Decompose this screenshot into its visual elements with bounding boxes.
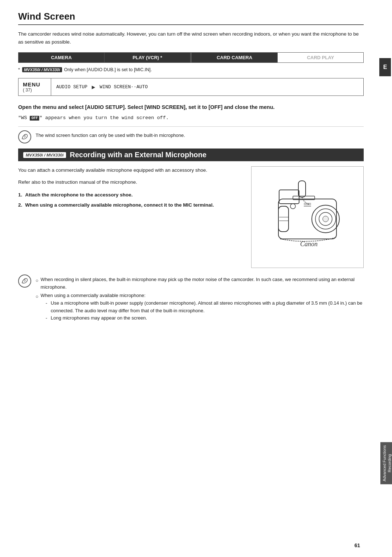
svg-point-12 — [290, 204, 295, 209]
left-col: You can attach a commercially available … — [18, 166, 244, 268]
note-text-1: The wind screen function can only be use… — [36, 130, 185, 139]
ws-prefix: "WS — [18, 115, 30, 121]
sub-bullet-list: Use a microphone with built-in power sup… — [41, 300, 364, 322]
step-1: 1. Attach the microphone to the accessor… — [18, 191, 244, 199]
section-model-badge: MVX350i / MVX330i — [23, 152, 66, 158]
steps-list: 1. Attach the microphone to the accessor… — [18, 191, 244, 209]
step-2-text: When using a commercially available micr… — [25, 202, 214, 209]
svg-point-4 — [323, 216, 328, 222]
instruction-box: Open the menu and select [AUDIO SETUP]. … — [18, 103, 364, 121]
off-badge: OFF — [30, 116, 39, 121]
page-title: Wind Screen — [18, 11, 364, 25]
footnote-star: * — [18, 67, 20, 72]
mode-bar: CAMERA PLAY (VCR) * CARD CAMERA CARD PLA… — [18, 52, 364, 63]
bullet-text-2-container: When using a commercially available micr… — [41, 292, 364, 322]
section-heading-text: Recording with an External Microphone — [70, 151, 207, 159]
menu-label-cell: MENU ( 37) — [19, 78, 51, 95]
menu-audio-setup: AUDIO SETUP — [56, 84, 87, 90]
mode-card-play: CARD PLAY — [278, 53, 363, 62]
intro-text: The camcorder reduces wind noise automat… — [18, 30, 364, 46]
menu-wind-screen: WIND SCREEN··AUTO — [99, 84, 148, 90]
note-icon-2 — [18, 275, 31, 288]
footnote-line: * MVX350i / MVX330i Only when [AUDIO DUB… — [18, 67, 364, 72]
bullet-list: ○ When recording in silent places, the b… — [36, 276, 364, 322]
menu-arrow-icon: ▶ — [92, 84, 95, 91]
section-2-heading: MVX350i / MVX330i Recording with an Exte… — [18, 149, 364, 161]
step-2: 2. When using a commercially available m… — [18, 202, 244, 209]
tab-e: E — [379, 58, 391, 76]
note-row-1: The wind screen function can only be use… — [18, 126, 364, 143]
note-icon-1 — [18, 130, 31, 143]
bullet-circle-1: ○ — [36, 277, 38, 291]
footnote-text: Only when [AUDIO DUB.] is set to [MIC.IN… — [64, 67, 152, 72]
sub-bullet-1: Use a microphone with built-in power sup… — [46, 300, 364, 315]
camera-svg: Canon — [257, 170, 358, 264]
bullet-item-1: ○ When recording in silent places, the b… — [36, 276, 364, 291]
model-badge-footnote: MVX350i / MVX330i — [22, 67, 62, 72]
section2-para1: You can attach a commercially available … — [18, 166, 244, 174]
tab-advanced-functions: Advanced FunctionsRecording — [380, 442, 392, 484]
mode-camera: CAMERA — [19, 53, 105, 62]
bottom-note-row-icon: ○ When recording in silent places, the b… — [18, 275, 364, 323]
page-number: 61 — [354, 542, 360, 548]
instruction-title: Open the menu and select [AUDIO SETUP]. … — [18, 103, 364, 111]
bullet-item-2: ○ When using a commercially available mi… — [36, 292, 364, 322]
sub-bullet-2: Long microphones may appear on the scree… — [46, 314, 364, 322]
bullet-text-1: When recording in silent places, the bui… — [41, 276, 364, 291]
bullet-text-2: When using a commercially available micr… — [41, 293, 146, 298]
section2-para2: Refer also to the instruction manual of … — [18, 178, 244, 186]
ws-off-note: "WS OFF" appears when you turn the wind … — [18, 115, 364, 121]
menu-path-cell: AUDIO SETUP ▶ WIND SCREEN··AUTO — [51, 78, 363, 95]
bottom-notes: ○ When recording in silent places, the b… — [18, 275, 364, 323]
ws-suffix: " appears when you turn the wind screen … — [39, 115, 168, 121]
svg-rect-8 — [278, 206, 289, 232]
mode-play-vcr: PLAY (VCR) * — [105, 53, 191, 62]
svg-rect-5 — [279, 190, 299, 204]
step-2-num: 2. — [18, 202, 22, 209]
right-sidebar: E Advanced FunctionsRecording — [378, 0, 392, 557]
step-1-text: Attach the microphone to the accessory s… — [25, 191, 132, 199]
menu-word: MENU — [23, 81, 40, 88]
bullet-circle-2: ○ — [36, 293, 38, 322]
bottom-note-content: ○ When recording in silent places, the b… — [36, 275, 364, 323]
menu-row: MENU ( 37) AUDIO SETUP ▶ WIND SCREEN··AU… — [18, 78, 364, 96]
camera-illustration: Canon — [251, 166, 364, 268]
menu-page-ref: ( 37) — [23, 88, 32, 93]
mode-card-camera: CARD CAMERA — [192, 53, 278, 62]
right-col: Canon — [251, 166, 364, 268]
two-col-layout: You can attach a commercially available … — [18, 166, 364, 268]
step-1-num: 1. — [18, 191, 22, 199]
